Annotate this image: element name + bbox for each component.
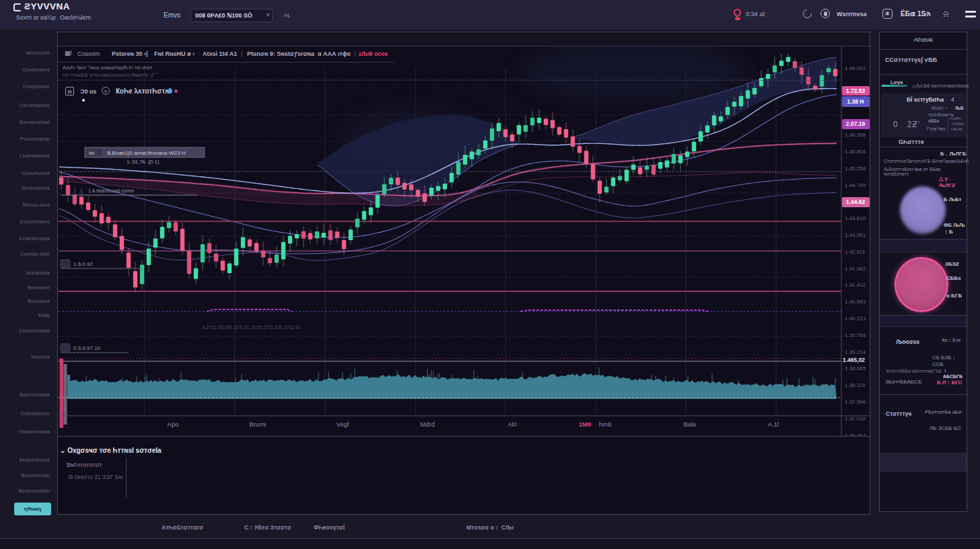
svg-text:1.39.214: 1.39.214 [845,349,866,355]
svg-text:1.44.709: 1.44.709 [845,182,866,188]
svg-text:1.37.016: 1.37.016 [845,416,866,422]
svg-text:2.07.19: 2.07.19 [846,120,866,127]
svg-text:1.37.566: 1.37.566 [845,399,866,405]
svg-text:1.38.115: 1.38.115 [845,382,866,388]
svg-text:Apo: Apo [168,420,179,428]
svg-text:Brumi: Brumi [250,420,267,428]
svg-text:Bale: Bale [683,420,696,428]
svg-text:1.49.001: 1.49.001 [845,65,866,71]
svg-text:1.40.863: 1.40.863 [845,299,866,305]
svg-text:1.41.962: 1.41.962 [845,266,866,272]
svg-text:hm8: hm8 [599,420,611,428]
svg-text:1.46.358: 1.46.358 [845,132,866,138]
svg-text:1.72.53: 1.72.53 [846,87,866,94]
svg-text:1.44.62: 1.44.62 [846,198,866,205]
svg-text:1.39.764: 1.39.764 [845,332,866,338]
svg-text:1.45.808: 1.45.808 [845,149,866,155]
svg-text:1.38.665: 1.38.665 [845,365,866,371]
svg-text:A.1l: A.1l [768,420,779,428]
svg-text:0.5.9.97.10: 0.5.9.97.10 [73,345,101,351]
svg-text:Vegf: Vegf [336,420,349,428]
svg-text:1.41.412: 1.41.412 [845,282,866,288]
svg-text:1.465,02: 1.465,02 [843,357,865,363]
svg-text:1M9: 1M9 [579,420,591,428]
svg-text:s.2711.011.60,.371.27,.3721.27: s.2711.011.60,.371.27,.3721.2711.121.271… [203,325,301,330]
svg-text:1.43.610: 1.43.610 [845,215,866,221]
svg-text:1.45.259: 1.45.259 [845,166,866,172]
svg-text:1 A.Wahshould·comm: 1 A.Wahshould·comm [88,188,134,193]
svg-text:1.42.511: 1.42.511 [845,249,866,255]
svg-text:Mdrd: Mdrd [420,420,435,428]
svg-text:Alri: Alri [508,420,517,428]
svg-text:1.6.0.92: 1.6.0.92 [73,261,93,267]
svg-text:B.Bvan1|S·amat.tfrovana·W23·H: B.Bvan1|S·amat.tfrovana·W23·H [107,150,186,156]
svg-text:1.43.061: 1.43.061 [845,232,866,238]
svg-text:1.40.313: 1.40.313 [845,316,866,322]
svg-text:kb: kb [89,150,95,156]
svg-text:L·31.7k. (0.1): L·31.7k. (0.1) [127,159,160,165]
svg-text:1.38 H: 1.38 H [847,98,864,105]
